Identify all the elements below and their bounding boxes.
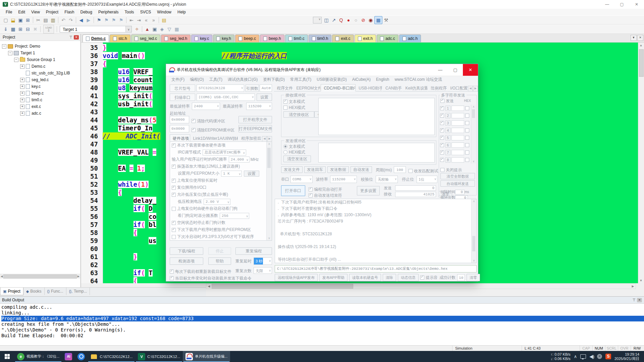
filter-icon[interactable]: ▽ [166,25,173,33]
taskbar-quark-button[interactable] [75,351,88,362]
dynamic-info-button[interactable]: 动态信息 [398,274,419,281]
multi-row-input[interactable] [451,120,464,126]
clock[interactable]: 19:29:14 2025/9/21/周日 [614,352,639,361]
more-settings-button[interactable]: 更多设置 [357,186,380,195]
auto-send-terminator-checkbox[interactable] [309,193,313,197]
breakpoint-disable-icon[interactable]: ○ [352,16,360,24]
breakpoint-kill-icon[interactable]: ⊘ [360,16,367,24]
target-select[interactable]: Target 1∨ [60,26,132,33]
expand-icon[interactable]: + [20,64,24,69]
network-icon[interactable] [580,354,586,359]
max-baud-select[interactable]: 115200∨ [246,103,272,110]
reload-target-checkbox[interactable] [170,269,174,274]
sogou-input-icon[interactable]: S [605,354,611,359]
menu-item-help[interactable]: Help [174,10,189,14]
multi-row-checkbox[interactable] [440,121,444,125]
taskbar-folder-button[interactable]: C:\STC32G12K12... [88,351,135,362]
assistant-tab-1[interactable]: EEPROM文件 [293,84,321,92]
multi-row-hex-checkbox[interactable] [465,136,469,140]
hw-option-11[interactable]: 空闲状态时停止看门狗计数 [170,219,272,226]
indent-icon[interactable]: ⇥ [135,16,143,24]
project-hscrollbar[interactable]: ◀ ▶ [0,274,80,279]
taskbar-ai-button[interactable]: AI [62,351,75,362]
build-icon[interactable]: ▦ [9,25,17,33]
editor-tab-beep.c[interactable]: beep.c [235,35,259,42]
editor-tab-adc.c[interactable]: adc.c [377,35,398,42]
open-serial-port-button[interactable]: 打开串口 [281,185,305,196]
tab-scroll-right-icon[interactable]: ▶ [473,86,478,92]
multi-row-checkbox[interactable] [440,106,444,110]
hw-option-3[interactable]: 振荡器放大增益(12M以上建议选择) [170,163,272,170]
bookmark-next-icon[interactable]: ⚑ [110,16,117,24]
scroll-right-icon[interactable]: ▶ [77,275,79,278]
port-setup-button[interactable]: 设置 [257,94,272,101]
multi-row-input[interactable] [451,128,464,133]
expand-icon[interactable]: + [20,111,24,116]
rebuild-icon[interactable]: ⊞ [17,25,24,33]
stop-build-icon[interactable]: ✖ [32,25,39,33]
target-options-icon[interactable]: ✧ [133,25,141,33]
unindent-icon[interactable]: ⇤ [128,16,135,24]
panel-tab-func[interactable]: {}Func... [45,288,66,295]
new-file-icon[interactable]: ▢ [2,16,9,24]
clear-all-data-button[interactable]: 清空全部数据 [440,173,475,179]
pin-icon[interactable]: ⊤ [68,35,74,40]
clear-send-buffer-button[interactable]: 清空发送区 [283,156,311,162]
search-combo[interactable] [313,17,322,23]
tab-close-icon[interactable]: ✕ [637,35,643,41]
pin-count-select[interactable]: Auto∨ [260,84,272,92]
notification-icon[interactable]: ✕ [597,354,602,359]
multi-row-checkbox[interactable] [440,114,444,118]
hw-option-7[interactable]: 允许低压复位(禁止低压中断) [170,191,272,198]
multi-row-hex-checkbox[interactable] [465,143,469,147]
multi-vscrollbar[interactable]: ∧ ∨ [471,105,476,164]
multi-row-number-button[interactable]: 7 [445,150,450,155]
eeprom-address-input[interactable]: 0x0000 [170,125,189,132]
hw-option-select[interactable]: 256∨ [220,213,249,219]
batch-build-icon[interactable]: ⊟ [24,25,32,33]
multi-row-hex-checkbox[interactable] [465,106,469,110]
editor-tab-beep.h[interactable]: beep.h [260,35,284,42]
assistant-tab-4[interactable]: CAN助手 [382,84,402,92]
editor-tab-seg_led.c[interactable]: seg_led.c [131,35,160,42]
panel-tab-temp[interactable]: {},Temp... [66,288,90,295]
hw-option-0[interactable]: 本次下载需要修改硬件选项 [170,142,272,149]
breakpoint-all-icon[interactable]: ◉ [367,16,374,24]
autoload-on-change-checkbox[interactable] [170,276,174,280]
assistant-tab-0[interactable]: 程序文件 [274,84,293,92]
scroll-right-icon[interactable]: ▶ [630,285,636,288]
select-item-icon[interactable]: ◈ [158,25,166,33]
expand-icon[interactable]: + [20,105,24,109]
taskbar-start-button[interactable] [0,351,14,362]
clear-code-checkbox[interactable] [192,119,196,123]
multi-row-hex-checkbox[interactable] [465,150,469,155]
hw-option-5[interactable]: 上电复位使用较长延时 [170,177,272,184]
multi-row-checkbox[interactable] [440,136,444,140]
chip-model-select[interactable]: STC32G12K128∨ [197,84,244,92]
editor-tab-seg_led.h[interactable]: seg_led.h [161,35,191,42]
open-program-file-button[interactable]: 打开程序文件 [238,116,272,123]
assistant-tab-2[interactable]: CDC/HID-串口助手 [321,84,356,92]
editor-tab-key.c[interactable]: key.c [191,35,212,42]
file-extensions-icon[interactable]: ▲ [144,25,151,33]
hw-option-checkbox[interactable] [172,228,176,232]
hw-option-checkbox[interactable] [172,186,176,190]
expand-icon[interactable]: + [20,84,24,89]
bookmark-clear-icon[interactable]: ⚑ [117,16,125,24]
scroll-left-icon[interactable]: ◀ [206,285,212,288]
multi-row-hex-checkbox[interactable] [465,121,469,125]
hw-tab-2[interactable]: 程序加密后 [238,134,262,142]
multi-row-hex-checkbox[interactable] [465,158,469,162]
scan-port-select[interactable]: (COM6) USB-CDC,CDC∨ [197,94,255,101]
hw-option-select[interactable]: 24.000∨ [229,157,250,163]
stopbit-select[interactable]: 1位∨ [417,176,437,183]
hw-option-checkbox[interactable] [172,165,176,169]
hw-option-select[interactable]: 总是动态调节IRC频率∨ [203,149,246,156]
auto-open-after-program-checkbox[interactable] [309,187,313,191]
menu-item-window[interactable]: Window [154,10,174,14]
scroll-left-icon[interactable]: ◀ [1,275,3,278]
tree-item[interactable]: +exit.c [0,103,80,110]
tree-item[interactable]: +seg_led.c [0,76,80,83]
options-vscrollbar[interactable]: ∧ ∨ [266,142,272,240]
menu-item-project[interactable]: Project [43,10,61,14]
